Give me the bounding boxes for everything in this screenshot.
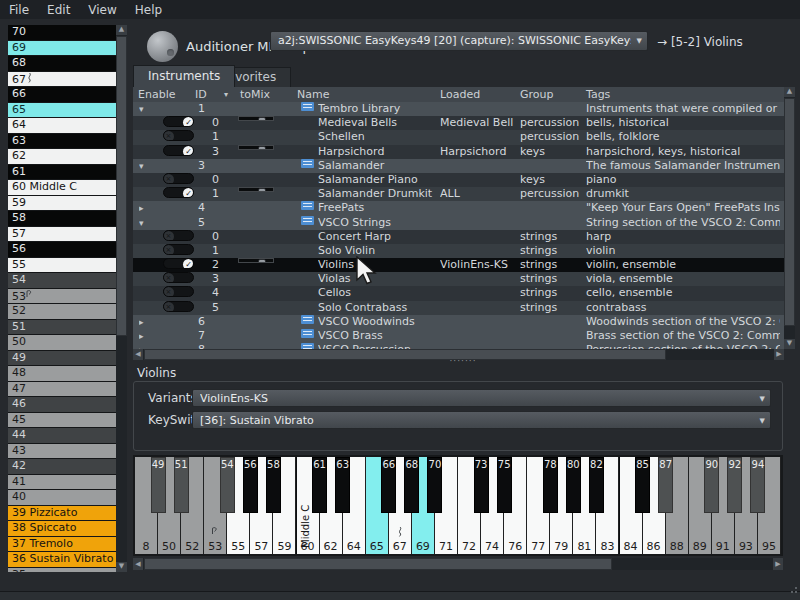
- enable-toggle-off[interactable]: ×: [163, 272, 194, 283]
- table-row-concert-harp[interactable]: ×0Concert Harpstringsharp: [133, 230, 784, 244]
- black-key-61[interactable]: 61: [312, 457, 327, 513]
- menu-item-file[interactable]: File: [0, 2, 38, 18]
- black-key-85[interactable]: 85: [635, 457, 650, 513]
- black-key-49[interactable]: 49: [151, 457, 166, 513]
- note-row-64[interactable]: 64: [8, 118, 116, 134]
- keyboard-hscrollbar[interactable]: ◀ ▶: [133, 558, 783, 570]
- table-row-freepats[interactable]: ▸4FreePats"Keep Your Ears Open" FreePats…: [133, 201, 784, 215]
- note-row-65[interactable]: 65: [8, 103, 116, 119]
- table-row-cellos[interactable]: ×4Cellosstringscello, ensemble: [133, 286, 784, 300]
- note-row-51[interactable]: 51: [8, 320, 116, 336]
- menu-item-view[interactable]: View: [79, 2, 125, 18]
- note-row-38[interactable]: 38 Spiccato: [8, 521, 116, 537]
- black-key-58[interactable]: 58: [266, 457, 281, 513]
- note-row-49[interactable]: 49: [8, 351, 116, 367]
- resize-grip[interactable]: [787, 583, 797, 593]
- sort-indicator-icon[interactable]: ▾: [224, 87, 228, 102]
- variants-dropdown[interactable]: ViolinEns-KS ▼: [192, 389, 771, 407]
- tomix-slider[interactable]: [238, 258, 274, 263]
- black-key-80[interactable]: 80: [566, 457, 581, 513]
- note-row-53[interactable]: 53: [8, 289, 116, 305]
- note-row-36[interactable]: 36 Sustain Vibrato: [8, 552, 116, 568]
- note-row-55[interactable]: 55: [8, 258, 116, 274]
- scroll-up-icon[interactable]: ▲: [784, 87, 795, 97]
- expand-arrow-icon[interactable]: ▾: [139, 102, 144, 116]
- enable-toggle-on[interactable]: ✓: [163, 145, 194, 156]
- black-key-82[interactable]: 82: [589, 457, 604, 513]
- black-key-54[interactable]: 54: [220, 457, 235, 513]
- table-row-violas[interactable]: ×3Violasstringsviola, ensemble: [133, 272, 784, 286]
- note-row-58[interactable]: 58: [8, 211, 116, 227]
- column-header-tags[interactable]: Tags: [586, 87, 610, 102]
- column-header-loaded[interactable]: Loaded: [440, 87, 480, 102]
- piano-keyboard[interactable]: 850525355575960Middle C62646567697172747…: [133, 455, 783, 556]
- black-key-56[interactable]: 56: [243, 457, 258, 513]
- note-row-59[interactable]: 59: [8, 196, 116, 212]
- note-row-48[interactable]: 48: [8, 366, 116, 382]
- table-row-harpsichord[interactable]: ✓3HarpsichordHarpsichordkeysharpsichord,…: [133, 145, 784, 159]
- expand-arrow-icon[interactable]: ▾: [139, 159, 144, 173]
- column-header-id[interactable]: ID: [195, 87, 207, 102]
- enable-toggle-on[interactable]: ✓: [163, 187, 194, 198]
- table-row-tembro-library[interactable]: ▾1Tembro LibraryInstruments that were co…: [133, 102, 784, 116]
- slider-handle[interactable]: [258, 188, 266, 192]
- note-row-47[interactable]: 47: [8, 382, 116, 398]
- table-row-salamander[interactable]: ▾3SalamanderThe famous Salamander Instru…: [133, 159, 784, 173]
- note-row-68[interactable]: 68: [8, 56, 116, 72]
- expand-arrow-icon[interactable]: ▾: [139, 216, 144, 230]
- scroll-right-icon[interactable]: ▶: [773, 558, 783, 570]
- table-row-violins[interactable]: ✓2ViolinsViolinEns-KSstringsviolin, ense…: [133, 258, 784, 272]
- note-row-63[interactable]: 63: [8, 134, 116, 150]
- table-row-solo-violin[interactable]: ×1Solo Violinstringsviolin: [133, 244, 784, 258]
- note-row-57[interactable]: 57: [8, 227, 116, 243]
- note-row-45[interactable]: 45: [8, 413, 116, 429]
- table-row-solo-contrabass[interactable]: ×5Solo Contrabassstringscontrabass: [133, 301, 784, 315]
- scroll-down-icon[interactable]: ▼: [784, 339, 795, 349]
- table-header[interactable]: EnableIDtoMixNameLoadedGroupTags▾: [133, 87, 784, 102]
- note-row-62[interactable]: 62: [8, 149, 116, 165]
- black-key-78[interactable]: 78: [543, 457, 558, 513]
- black-key-87[interactable]: 87: [658, 457, 673, 513]
- note-row-35[interactable]: 35: [8, 568, 116, 573]
- table-vscrollbar-thumb[interactable]: [784, 98, 795, 326]
- scroll-left-icon[interactable]: ◀: [133, 349, 143, 360]
- note-row-52[interactable]: 52: [8, 304, 116, 320]
- note-row-66[interactable]: 66: [8, 87, 116, 103]
- splitter-handle[interactable]: ·······: [448, 359, 478, 365]
- menu-item-help[interactable]: Help: [126, 2, 171, 18]
- note-row-42[interactable]: 42: [8, 459, 116, 475]
- note-row-41[interactable]: 41: [8, 475, 116, 491]
- black-key-73[interactable]: 73: [474, 457, 489, 513]
- table-row-salamander-drumkit[interactable]: ✓1Salamander DrumkitALLpercussiondrumkit: [133, 187, 784, 201]
- enable-toggle-off[interactable]: ×: [163, 301, 194, 312]
- tab-instruments[interactable]: Instruments: [133, 65, 235, 87]
- note-row-44[interactable]: 44: [8, 428, 116, 444]
- midi-input-dropdown[interactable]: a2j:SWISSONIC EasyKeys49 [20] (capture):…: [270, 31, 648, 51]
- note-row-60[interactable]: 60 Middle C: [8, 180, 116, 196]
- black-key-66[interactable]: 66: [381, 457, 396, 513]
- tomix-slider[interactable]: [238, 145, 274, 150]
- black-key-51[interactable]: 51: [174, 457, 189, 513]
- slider-handle[interactable]: [258, 117, 266, 121]
- black-key-90[interactable]: 90: [704, 457, 719, 513]
- slider-handle[interactable]: [258, 146, 266, 150]
- black-key-68[interactable]: 68: [404, 457, 419, 513]
- note-row-70[interactable]: 70: [8, 25, 116, 41]
- sidebar-scrollbar[interactable]: ▲ ▼: [116, 25, 127, 572]
- collapse-arrow-icon[interactable]: ▸: [139, 201, 144, 215]
- instrument-table[interactable]: ▾1Tembro LibraryInstruments that were co…: [133, 102, 784, 349]
- scroll-right-icon[interactable]: ▶: [774, 349, 784, 360]
- note-row-54[interactable]: 54: [8, 273, 116, 289]
- tomix-slider[interactable]: [238, 187, 274, 192]
- scroll-left-icon[interactable]: ◀: [133, 558, 143, 570]
- collapse-arrow-icon[interactable]: ▸: [139, 329, 144, 343]
- enable-toggle-on[interactable]: ✓: [163, 258, 194, 269]
- note-row-56[interactable]: 56: [8, 242, 116, 258]
- note-row-39[interactable]: 39 Pizzicato: [8, 506, 116, 522]
- table-row-salamander-piano[interactable]: ×0Salamander Pianokeyspiano: [133, 173, 784, 187]
- note-row-43[interactable]: 43: [8, 444, 116, 460]
- auditioner-knob[interactable]: [147, 31, 178, 62]
- enable-toggle-off[interactable]: ×: [163, 286, 194, 297]
- black-key-63[interactable]: 63: [335, 457, 350, 513]
- column-header-tomix[interactable]: toMix: [240, 87, 270, 102]
